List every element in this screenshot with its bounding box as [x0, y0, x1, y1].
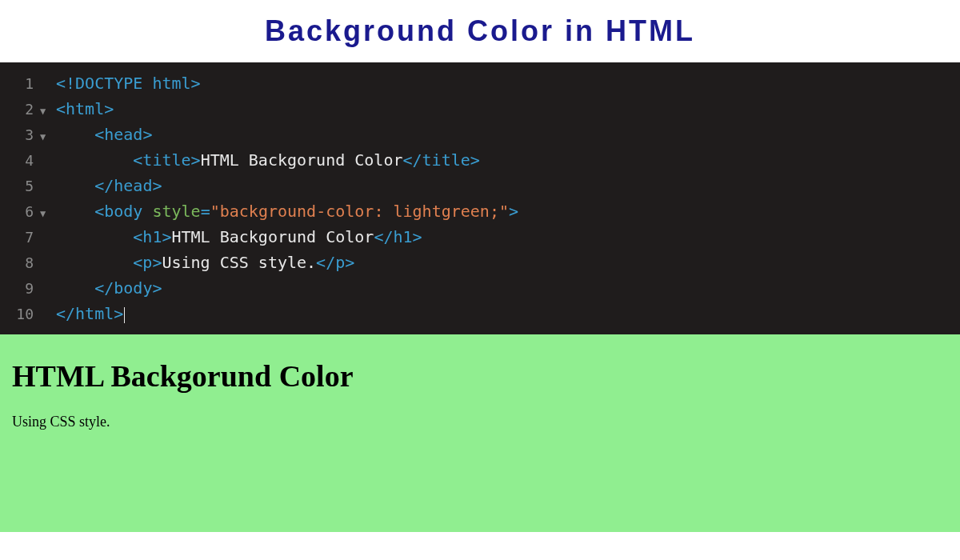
- line-number: 3: [0, 124, 40, 147]
- line-number: 4: [0, 150, 40, 173]
- code-content[interactable]: </html>: [56, 301, 125, 326]
- page-header: Background Color in HTML: [0, 0, 960, 62]
- code-editor[interactable]: 1<!DOCTYPE html>2▼<html>3▼ <head>4 <titl…: [0, 62, 960, 334]
- line-number: 2: [0, 98, 40, 122]
- code-token-tag: <h1>: [133, 227, 171, 246]
- line-number: 5: [0, 175, 40, 198]
- code-content[interactable]: <head>: [56, 122, 152, 147]
- code-content[interactable]: <h1>HTML Backgorund Color</h1>: [56, 224, 422, 250]
- code-token-tag: </html>: [56, 304, 123, 323]
- code-line[interactable]: 7 <h1>HTML Backgorund Color</h1>: [0, 224, 960, 250]
- code-line[interactable]: 9 </body>: [0, 275, 960, 301]
- line-number: 8: [0, 252, 40, 275]
- code-content[interactable]: <title>HTML Backgorund Color</title>: [56, 147, 480, 173]
- code-token-tag: </body>: [94, 278, 162, 298]
- code-line[interactable]: 1<!DOCTYPE html>: [0, 70, 960, 96]
- code-token-val: "background-color: lightgreen;": [210, 202, 509, 221]
- code-content[interactable]: </body>: [56, 275, 162, 301]
- code-token-tag: </p>: [316, 253, 354, 272]
- fold-marker-icon[interactable]: ▼: [40, 104, 56, 119]
- preview-heading: HTML Backgorund Color: [12, 358, 948, 394]
- line-number: 6: [0, 201, 40, 224]
- code-content[interactable]: <body style="background-color: lightgree…: [56, 198, 518, 224]
- code-line[interactable]: 6▼ <body style="background-color: lightg…: [0, 198, 960, 224]
- line-number: 1: [0, 73, 40, 96]
- browser-preview: HTML Backgorund Color Using CSS style.: [0, 334, 960, 532]
- code-line[interactable]: 8 <p>Using CSS style.</p>: [0, 250, 960, 275]
- code-token-tag: <body: [94, 202, 152, 221]
- code-content[interactable]: <!DOCTYPE html>: [56, 70, 201, 96]
- code-token-attr: style: [152, 202, 200, 221]
- code-token-tag: =: [201, 202, 210, 221]
- code-content[interactable]: </head>: [56, 173, 162, 198]
- code-content[interactable]: <html>: [56, 96, 114, 122]
- code-token-tag: </h1>: [374, 227, 422, 246]
- code-token-text: HTML Backgorund Color: [172, 227, 374, 246]
- code-line[interactable]: 4 <title>HTML Backgorund Color</title>: [0, 147, 960, 173]
- page-title: Background Color in HTML: [265, 14, 695, 47]
- line-number: 9: [0, 278, 40, 301]
- code-content[interactable]: <p>Using CSS style.</p>: [56, 250, 354, 275]
- code-token-tag: <title>: [133, 150, 200, 170]
- preview-paragraph: Using CSS style.: [12, 414, 948, 430]
- code-token-tag: <p>: [133, 253, 162, 272]
- line-number: 10: [0, 303, 40, 326]
- code-token-tag: <!DOCTYPE html>: [56, 74, 201, 93]
- code-token-tag: </title>: [403, 150, 480, 170]
- code-line[interactable]: 3▼ <head>: [0, 122, 960, 147]
- code-token-tag: >: [509, 202, 518, 221]
- line-number: 7: [0, 226, 40, 250]
- code-line[interactable]: 10</html>: [0, 301, 960, 326]
- fold-marker-icon[interactable]: ▼: [40, 130, 56, 145]
- code-token-text: HTML Backgorund Color: [201, 150, 403, 170]
- code-token-tag: <head>: [94, 125, 152, 144]
- text-cursor: [124, 307, 125, 323]
- code-token-text: Using CSS style.: [162, 253, 316, 272]
- code-line[interactable]: 2▼<html>: [0, 96, 960, 122]
- code-token-tag: <html>: [56, 99, 114, 118]
- code-line[interactable]: 5 </head>: [0, 173, 960, 198]
- fold-marker-icon[interactable]: ▼: [40, 206, 56, 222]
- code-token-tag: </head>: [94, 176, 162, 195]
